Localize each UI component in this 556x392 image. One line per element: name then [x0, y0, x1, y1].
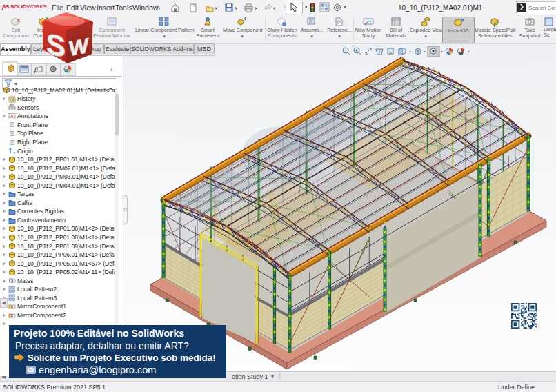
svg-text:›: › — [110, 65, 113, 73]
svg-text:W: W — [69, 34, 89, 60]
svg-text:S: S — [46, 26, 66, 63]
svg-text:A: A — [10, 114, 14, 119]
